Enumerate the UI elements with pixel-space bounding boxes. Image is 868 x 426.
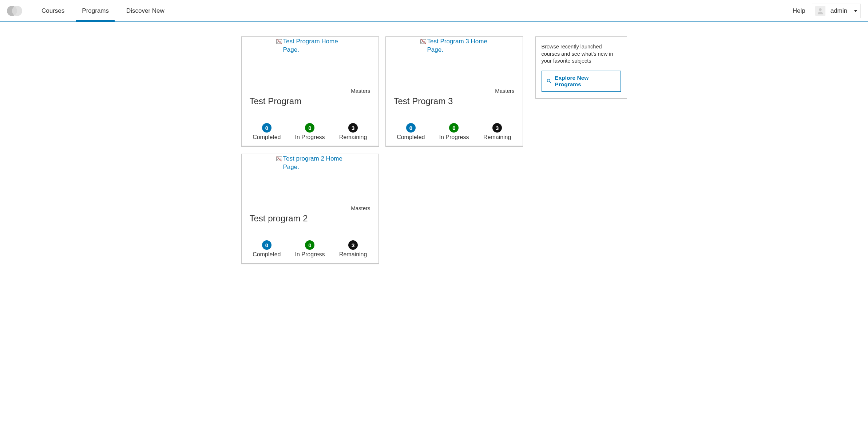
card-banner: Test program 2 Home Page. — [242, 154, 378, 205]
completed-count: 0 — [406, 123, 416, 133]
stat-completed: 0 Completed — [395, 123, 427, 141]
stat-in-progress: 0 In Progress — [293, 240, 326, 258]
program-card[interactable]: Test Program Home Page. Masters Test Pro… — [241, 36, 379, 147]
nav-tabs: Courses Programs Discover New — [33, 0, 173, 21]
program-card[interactable]: Test Program 3 Home Page. Masters Test P… — [385, 36, 523, 147]
stat-completed: 0 Completed — [250, 240, 283, 258]
in-progress-label: In Progress — [293, 134, 326, 141]
card-banner: Test Program Home Page. — [242, 37, 378, 88]
explore-button-label: Explore New Programs — [555, 75, 616, 88]
svg-line-5 — [277, 39, 282, 44]
stat-in-progress: 0 In Progress — [293, 123, 326, 141]
search-icon — [546, 78, 552, 84]
in-progress-count: 0 — [305, 123, 314, 133]
tab-label: Courses — [41, 7, 64, 15]
caret-down-icon — [854, 10, 857, 12]
user-menu[interactable]: admin — [812, 4, 861, 18]
program-type: Masters — [242, 205, 378, 211]
tab-label: Programs — [82, 7, 109, 15]
remaining-label: Remaining — [337, 134, 369, 141]
program-stats: 0 Completed 0 In Progress 3 Remaining — [242, 106, 378, 146]
svg-line-11 — [277, 156, 282, 161]
stat-in-progress: 0 In Progress — [437, 123, 470, 141]
program-stats: 0 Completed 0 In Progress 3 Remaining — [386, 106, 523, 146]
tab-discover-new[interactable]: Discover New — [118, 0, 173, 21]
remaining-count: 3 — [348, 123, 358, 133]
remaining-count: 3 — [348, 240, 358, 250]
in-progress-count: 0 — [449, 123, 459, 133]
image-alt-text: Test program 2 Home Page. — [283, 155, 350, 171]
broken-image-placeholder: Test program 2 Home Page. — [276, 155, 350, 171]
program-title: Test program 2 — [242, 211, 378, 224]
completed-label: Completed — [250, 134, 283, 141]
completed-count: 0 — [262, 240, 272, 250]
completed-count: 0 — [262, 123, 272, 133]
program-stats: 0 Completed 0 In Progress 3 Remaining — [242, 224, 378, 263]
completed-label: Completed — [395, 134, 427, 141]
in-progress-label: In Progress — [293, 251, 326, 258]
remaining-count: 3 — [492, 123, 502, 133]
stat-remaining: 3 Remaining — [337, 240, 369, 258]
help-link[interactable]: Help — [786, 7, 812, 15]
programs-grid: Test Program Home Page. Masters Test Pro… — [241, 36, 523, 264]
sidebar: Browse recently launched courses and see… — [535, 36, 627, 99]
remaining-label: Remaining — [481, 134, 514, 141]
stat-remaining: 3 Remaining — [481, 123, 514, 141]
broken-image-icon — [420, 38, 427, 45]
svg-line-8 — [421, 39, 426, 44]
image-alt-text: Test Program Home Page. — [283, 38, 350, 54]
broken-image-icon — [276, 38, 282, 45]
stat-remaining: 3 Remaining — [337, 123, 369, 141]
svg-point-1 — [12, 6, 22, 16]
promo-text: Browse recently launched courses and see… — [542, 43, 621, 65]
in-progress-count: 0 — [305, 240, 314, 250]
program-card[interactable]: Test program 2 Home Page. Masters Test p… — [241, 154, 379, 264]
image-alt-text: Test Program 3 Home Page. — [427, 38, 494, 54]
explore-promo: Browse recently launched courses and see… — [535, 36, 627, 99]
tab-label: Discover New — [126, 7, 165, 15]
user-name: admin — [831, 7, 847, 15]
broken-image-icon — [276, 155, 282, 162]
program-title: Test Program — [242, 94, 378, 106]
remaining-label: Remaining — [337, 251, 369, 258]
svg-point-2 — [819, 8, 821, 11]
topbar: Courses Programs Discover New Help admin — [0, 0, 868, 22]
program-title: Test Program 3 — [386, 94, 523, 106]
tab-programs[interactable]: Programs — [73, 0, 118, 21]
help-label: Help — [793, 7, 805, 14]
logo[interactable] — [4, 4, 25, 17]
in-progress-label: In Progress — [437, 134, 470, 141]
card-banner: Test Program 3 Home Page. — [386, 37, 523, 88]
explore-new-programs-button[interactable]: Explore New Programs — [542, 71, 621, 92]
program-type: Masters — [386, 88, 523, 94]
program-type: Masters — [242, 88, 378, 94]
broken-image-placeholder: Test Program Home Page. — [276, 38, 350, 54]
tab-courses[interactable]: Courses — [33, 0, 73, 21]
stat-completed: 0 Completed — [250, 123, 283, 141]
completed-label: Completed — [250, 251, 283, 258]
broken-image-placeholder: Test Program 3 Home Page. — [420, 38, 494, 54]
avatar — [815, 6, 825, 16]
